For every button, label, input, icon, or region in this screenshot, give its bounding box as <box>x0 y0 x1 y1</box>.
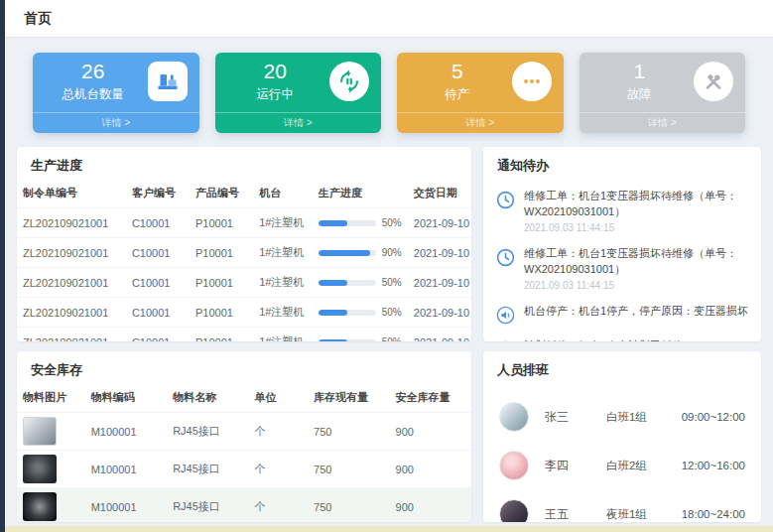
cell-material-name: RJ45接口 <box>167 413 248 451</box>
notification-text: 维修工单：机台1变压器损坏待维修（单号：WX202109031001） <box>524 189 749 220</box>
notification-item[interactable]: 计划暂停：机台1生产计划已暂停 2021.09.03 11:44:15 <box>495 332 749 341</box>
material-photo <box>23 492 57 521</box>
stat-value: 26 <box>39 60 148 82</box>
panel-title-production: 生产进度 <box>17 147 471 181</box>
cell-delivery-date: 2021-09-10 <box>408 268 471 298</box>
table-row: ZL202109021001 C10001 P10001 1#注塑机 50% 2… <box>17 208 471 238</box>
shift-label: 夜班1组 <box>606 507 682 522</box>
cell-material-code: M100001 <box>85 451 167 488</box>
table-header-row: 物料图片 物料编码 物料名称 单位 库存现有量 安全库存量 <box>17 385 471 413</box>
panel-staff-schedule: 人员排班 张三 白班1组 09:00~12:00 李四 白班2组 12:00~1… <box>483 351 761 522</box>
notification-item[interactable]: 维修工单：机台1变压器损坏待维修（单号：WX202109031001） 2021… <box>495 240 749 298</box>
staff-avatar <box>499 402 529 432</box>
table-row: M100001 RJ45接口 个 750 900 <box>17 451 471 488</box>
staff-name: 李四 <box>545 458 606 474</box>
progress-bar <box>319 250 376 256</box>
cell-product-no: P10001 <box>190 238 253 268</box>
progress-percent: 90% <box>382 247 402 258</box>
page-title-tab[interactable]: 首页 <box>24 10 52 28</box>
detail-link[interactable]: 详情 > <box>397 112 564 133</box>
cell-product-no: P10001 <box>190 298 253 328</box>
panel-title-notifications: 通知待办 <box>483 147 761 181</box>
table-header-row: 制令单编号 客户编号 产品编号 机台 生产进度 交货日期 <box>17 181 471 208</box>
table-row: M100001 RJ45接口 个 750 900 <box>17 488 471 523</box>
dashboard-content: 26 总机台数量 详情 > 20 运行中 <box>0 53 773 522</box>
column-header: 制令单编号 <box>17 181 126 208</box>
progress-bar <box>319 220 376 226</box>
panel-safety-stock: 安全库存 物料图片 物料编码 物料名称 单位 库存现有量 安全库存量 M <box>17 351 471 522</box>
cell-customer-no: C10001 <box>126 328 190 342</box>
cell-stock: 750 <box>308 451 389 488</box>
standby-ellipsis-icon <box>512 62 552 101</box>
cell-customer-no: C10001 <box>126 238 190 268</box>
table-row: ZL202109021001 C10001 P10001 1#注塑机 90% 2… <box>17 238 471 268</box>
notification-text: 维修工单：机台1变压器损坏待维修（单号：WX202109031001） <box>524 246 749 278</box>
stat-card-total-machines[interactable]: 26 总机台数量 详情 > <box>33 53 199 133</box>
progress-bar <box>319 310 376 316</box>
detail-link[interactable]: 详情 > <box>33 112 199 133</box>
cell-customer-no: C10001 <box>126 298 190 328</box>
detail-link[interactable]: 详情 > <box>215 112 382 133</box>
schedule-list: 张三 白班1组 09:00~12:00 李四 白班2组 12:00~16:00 … <box>483 385 761 522</box>
column-header: 交货日期 <box>408 181 471 208</box>
cell-order-no: ZL202109021001 <box>17 208 126 238</box>
table-row: ZL202109021001 C10001 P10001 1#注塑机 50% 2… <box>17 268 471 298</box>
staff-name: 张三 <box>545 409 606 426</box>
notification-text: 机台停产：机台1停产，停产原因：变压器损坏 <box>524 304 748 320</box>
stat-card-standby[interactable]: 5 待产 详情 > <box>397 53 564 133</box>
cell-progress: 50% <box>313 298 408 328</box>
cell-order-no: ZL202109021001 <box>17 268 126 298</box>
schedule-row: 王五 夜班1组 18:00~24:00 <box>499 490 745 522</box>
cell-machine: 1#注塑机 <box>253 208 313 238</box>
speaker-icon <box>495 305 516 326</box>
window-left-edge <box>0 0 5 532</box>
progress-percent: 50% <box>382 217 402 228</box>
detail-link[interactable]: 详情 > <box>580 112 746 133</box>
shift-label: 白班2组 <box>606 459 682 473</box>
schedule-row: 李四 白班2组 12:00~16:00 <box>499 442 745 490</box>
cell-customer-no: C10001 <box>126 268 190 298</box>
speaker-icon <box>495 339 516 341</box>
stat-label: 待产 <box>403 86 512 103</box>
cell-delivery-date: 2021-09-10 <box>408 238 471 268</box>
cell-progress: 50% <box>313 328 408 342</box>
clock-icon <box>495 247 516 268</box>
cell-safety-stock: 900 <box>390 488 471 523</box>
table-row: ZL202109021001 C10001 P10001 1#注塑机 50% 2… <box>17 328 471 342</box>
panel-title-safety-stock: 安全库存 <box>17 351 471 385</box>
stat-cards-row: 26 总机台数量 详情 > 20 运行中 <box>33 53 745 133</box>
notification-item[interactable]: 机台停产：机台1停产，停产原因：变压器损坏 <box>495 298 749 332</box>
cell-product-no: P10001 <box>190 268 253 298</box>
stat-value: 1 <box>585 60 695 82</box>
cell-product-no: P10001 <box>190 328 253 342</box>
panel-notifications: 通知待办 维修工单：机台1变压器损坏待维修（单号：WX202109031001）… <box>483 147 761 341</box>
column-header: 产品编号 <box>190 181 253 208</box>
cell-order-no: ZL202109021001 <box>17 298 126 328</box>
notification-time: 2021.09.03 11:44:15 <box>524 222 749 233</box>
stat-card-fault[interactable]: 1 故障 详情 > <box>580 53 746 133</box>
shift-time: 12:00~16:00 <box>682 460 745 471</box>
table-row: ZL202109021001 C10001 P10001 1#注塑机 50% 2… <box>17 298 471 328</box>
shift-label: 白班1组 <box>606 410 682 425</box>
cell-delivery-date: 2021-09-10 <box>408 328 471 342</box>
stat-card-running[interactable]: 20 运行中 详情 > <box>215 53 382 133</box>
cell-unit: 个 <box>249 488 309 523</box>
stat-value: 20 <box>221 60 330 82</box>
cell-progress: 50% <box>313 268 408 298</box>
window-bottom-edge <box>5 526 773 532</box>
column-header: 库存现有量 <box>308 385 389 413</box>
notification-item[interactable]: 维修工单：机台1变压器损坏待维修（单号：WX202109031001） 2021… <box>495 183 749 240</box>
stat-label: 总机台数量 <box>39 86 148 103</box>
panel-production-progress: 生产进度 制令单编号 客户编号 产品编号 机台 生产进度 交货日期 ZL2021… <box>17 147 471 341</box>
column-header: 生产进度 <box>313 181 408 208</box>
cell-order-no: ZL202109021001 <box>17 328 126 342</box>
cell-material-name: RJ45接口 <box>167 488 248 523</box>
column-header: 物料编码 <box>85 385 167 413</box>
notification-list: 维修工单：机台1变压器损坏待维修（单号：WX202109031001） 2021… <box>483 181 761 341</box>
cell-unit: 个 <box>249 451 309 488</box>
cell-order-no: ZL202109021001 <box>17 238 126 268</box>
safety-stock-table: 物料图片 物料编码 物料名称 单位 库存现有量 安全库存量 M100001 RJ… <box>17 385 471 522</box>
fault-tools-icon <box>694 62 733 101</box>
progress-percent: 50% <box>382 307 402 318</box>
shift-time: 09:00~12:00 <box>682 411 745 423</box>
